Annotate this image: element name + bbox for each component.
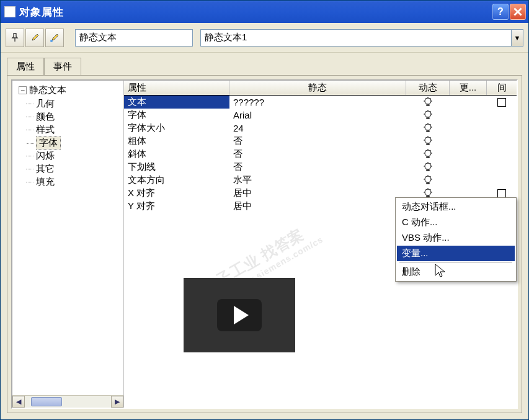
cell-more[interactable] bbox=[450, 122, 487, 135]
cell-static[interactable]: Arial bbox=[229, 109, 406, 122]
menu-item[interactable]: C 动作... bbox=[397, 215, 515, 230]
object-name-input[interactable] bbox=[200, 29, 511, 47]
tree-pane: − 静态文本 几何颜色样式字体闪烁其它填充 ◀ ▶ bbox=[12, 81, 124, 408]
header-more[interactable]: 更... bbox=[450, 81, 487, 95]
menu-separator bbox=[399, 262, 512, 263]
menu-item[interactable]: 删除 bbox=[397, 264, 515, 280]
tree-item[interactable]: 字体 bbox=[36, 136, 61, 150]
grid-row[interactable]: 斜体否 bbox=[124, 148, 517, 161]
cell-interval[interactable] bbox=[487, 122, 517, 135]
tab-strip: 属性 事件 bbox=[1, 53, 528, 75]
cell-static[interactable]: 否 bbox=[229, 148, 406, 161]
header-static[interactable]: 静态 bbox=[229, 81, 406, 95]
grid-row[interactable]: 文本?????? bbox=[124, 96, 517, 109]
cell-static[interactable]: ?????? bbox=[229, 96, 406, 109]
cell-static[interactable]: 否 bbox=[229, 161, 406, 174]
cell-property[interactable]: X 对齐 bbox=[124, 187, 229, 200]
checkbox-icon[interactable] bbox=[497, 189, 506, 198]
header-dynamic[interactable]: 动态 bbox=[406, 81, 450, 95]
close-button[interactable] bbox=[510, 4, 526, 20]
checkbox-icon[interactable] bbox=[497, 98, 506, 107]
bulb-icon bbox=[422, 149, 433, 160]
header-property[interactable]: 属性 bbox=[124, 81, 229, 95]
tree-item[interactable]: 填充 bbox=[36, 176, 122, 189]
tree-item[interactable]: 颜色 bbox=[36, 110, 122, 123]
cell-interval[interactable] bbox=[487, 148, 517, 161]
cell-dynamic[interactable] bbox=[406, 109, 450, 122]
cell-static[interactable]: 居中 bbox=[229, 187, 406, 200]
help-button[interactable]: ? bbox=[492, 4, 509, 20]
cell-interval[interactable] bbox=[487, 174, 517, 187]
collapse-icon[interactable]: − bbox=[19, 86, 27, 94]
menu-item[interactable]: 动态对话框... bbox=[397, 199, 515, 215]
cell-property[interactable]: Y 对齐 bbox=[124, 200, 229, 213]
object-properties-dialog: 对象属性 ? ▼ 属性 事件 bbox=[0, 0, 529, 420]
grid-row[interactable]: 文本方向水平 bbox=[124, 174, 517, 187]
cell-property[interactable]: 字体大小 bbox=[124, 122, 229, 135]
dynamic-context-menu[interactable]: 动态对话框...C 动作...VBS 动作...变量...删除 bbox=[395, 197, 517, 282]
cell-dynamic[interactable] bbox=[406, 122, 450, 135]
bulb-icon bbox=[422, 136, 433, 147]
cell-dynamic[interactable] bbox=[406, 174, 450, 187]
cell-property[interactable]: 下划线 bbox=[124, 161, 229, 174]
tree-body[interactable]: − 静态文本 几何颜色样式字体闪烁其它填充 bbox=[12, 81, 123, 395]
scroll-right-button[interactable]: ▶ bbox=[111, 396, 123, 408]
cell-dynamic[interactable] bbox=[406, 148, 450, 161]
cell-static[interactable]: 否 bbox=[229, 135, 406, 148]
tree-item[interactable]: 几何 bbox=[36, 97, 122, 110]
cell-static[interactable]: 水平 bbox=[229, 174, 406, 187]
cell-more[interactable] bbox=[450, 174, 487, 187]
cell-property[interactable]: 斜体 bbox=[124, 148, 229, 161]
cell-interval[interactable] bbox=[487, 135, 517, 148]
cell-property[interactable]: 粗体 bbox=[124, 135, 229, 148]
scroll-track[interactable] bbox=[25, 396, 111, 408]
play-icon bbox=[234, 306, 249, 324]
grid-row[interactable]: 下划线否 bbox=[124, 161, 517, 174]
cell-property[interactable]: 文本 bbox=[124, 96, 229, 109]
header-interval[interactable]: 间 bbox=[487, 81, 517, 95]
tree-root[interactable]: − 静态文本 bbox=[14, 83, 122, 97]
cell-interval[interactable] bbox=[487, 161, 517, 174]
video-overlay[interactable] bbox=[184, 278, 295, 352]
cell-static[interactable]: 居中 bbox=[229, 200, 406, 213]
bulb-icon bbox=[422, 162, 433, 173]
pin-button[interactable] bbox=[6, 29, 24, 47]
tab-properties[interactable]: 属性 bbox=[7, 58, 44, 75]
grid-row[interactable]: 字体Arial bbox=[124, 109, 517, 122]
grid-row[interactable]: 字体大小24 bbox=[124, 122, 517, 135]
cell-property[interactable]: 字体 bbox=[124, 109, 229, 122]
cell-dynamic[interactable] bbox=[406, 161, 450, 174]
tree-item[interactable]: 其它 bbox=[36, 163, 122, 176]
tree-item[interactable]: 样式 bbox=[36, 123, 122, 136]
eyedropper-2-button[interactable] bbox=[45, 29, 64, 47]
cell-interval[interactable] bbox=[487, 96, 517, 109]
titlebar[interactable]: 对象属性 ? bbox=[1, 1, 528, 23]
grid-row[interactable]: 粗体否 bbox=[124, 135, 517, 148]
cell-property[interactable]: 文本方向 bbox=[124, 174, 229, 187]
cell-more[interactable] bbox=[450, 135, 487, 148]
cell-more[interactable] bbox=[450, 109, 487, 122]
cell-more[interactable] bbox=[450, 96, 487, 109]
system-icon bbox=[4, 6, 16, 17]
cell-more[interactable] bbox=[450, 148, 487, 161]
scroll-left-button[interactable]: ◀ bbox=[12, 396, 25, 408]
svg-point-0 bbox=[50, 40, 53, 42]
object-type-field[interactable] bbox=[75, 29, 193, 47]
cell-more[interactable] bbox=[450, 161, 487, 174]
tab-events[interactable]: 事件 bbox=[44, 58, 81, 75]
cell-dynamic[interactable] bbox=[406, 96, 450, 109]
scroll-thumb[interactable] bbox=[31, 397, 62, 406]
bulb-icon bbox=[422, 110, 433, 121]
object-name-combo[interactable]: ▼ bbox=[200, 29, 523, 47]
menu-item[interactable]: 变量... bbox=[397, 246, 515, 261]
cell-dynamic[interactable] bbox=[406, 135, 450, 148]
eyedropper-1-button[interactable] bbox=[25, 29, 44, 47]
tab-panel: − 静态文本 几何颜色样式字体闪烁其它填充 ◀ ▶ 属性 静态 动态 更... bbox=[7, 75, 522, 413]
cell-interval[interactable] bbox=[487, 109, 517, 122]
tree-horizontal-scrollbar[interactable]: ◀ ▶ bbox=[12, 395, 123, 408]
tree-item[interactable]: 闪烁 bbox=[36, 150, 122, 163]
play-button[interactable] bbox=[217, 299, 262, 331]
cell-static[interactable]: 24 bbox=[229, 122, 406, 135]
combo-dropdown-button[interactable]: ▼ bbox=[511, 29, 523, 47]
menu-item[interactable]: VBS 动作... bbox=[397, 230, 515, 246]
